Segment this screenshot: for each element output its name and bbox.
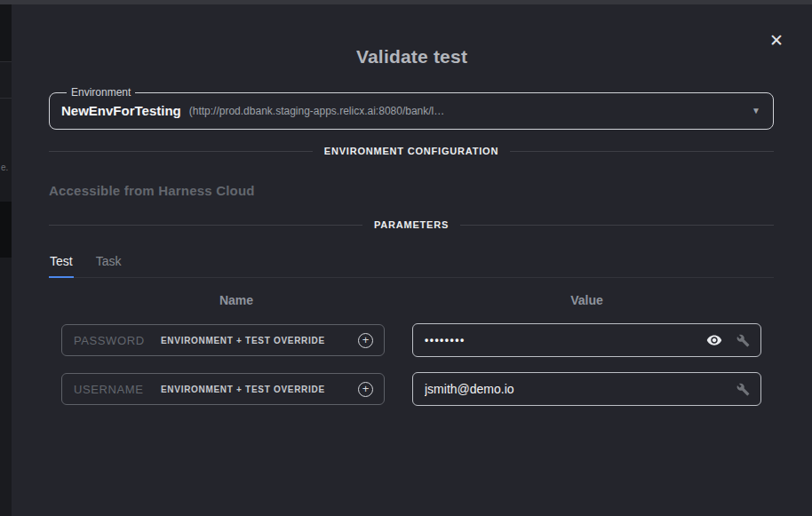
override-badge: ENVIRONMENT + TEST OVERRIDE — [161, 385, 325, 394]
environment-url: (http://prod.dbank.staging-apps.relicx.a… — [189, 105, 445, 117]
validate-test-dialog: ✕ Validate test Environment NewEnvForTes… — [12, 4, 812, 516]
environment-select-label: Environment — [67, 86, 135, 99]
password-value-input[interactable]: •••••••• — [425, 334, 692, 346]
parameter-row-username: USERNAME ENVIRONMENT + TEST OVERRIDE + j… — [61, 372, 761, 406]
divider-line — [460, 225, 774, 226]
chevron-down-icon[interactable]: ▼ — [752, 106, 760, 115]
parameter-name-label: PASSWORD — [74, 334, 161, 347]
parameter-row-password: PASSWORD ENVIRONMENT + TEST OVERRIDE + •… — [61, 323, 761, 357]
environment-access-note: Accessible from Harness Cloud — [49, 183, 775, 198]
wrench-icon[interactable] — [736, 383, 750, 396]
parameters-heading: PARAMETERS — [374, 219, 449, 230]
close-icon[interactable]: ✕ — [764, 28, 789, 52]
add-override-icon[interactable]: + — [358, 333, 373, 348]
background-text-fragment: e. — [1, 163, 8, 172]
parameter-name-label: USERNAME — [74, 383, 161, 396]
show-password-icon[interactable] — [706, 332, 722, 348]
username-value-field[interactable]: jsmith@demo.io — [412, 372, 761, 406]
background-header-fragment — [0, 4, 12, 62]
parameter-tabs: Test Task — [49, 252, 774, 278]
background-page-sliver: e. — [0, 4, 12, 516]
override-badge: ENVIRONMENT + TEST OVERRIDE — [161, 336, 325, 345]
name-column-header: Name — [61, 293, 385, 307]
username-value-input[interactable]: jsmith@demo.io — [425, 382, 722, 396]
environment-configuration-heading: ENVIRONMENT CONFIGURATION — [324, 146, 498, 156]
environment-name: NewEnvForTesting — [61, 103, 181, 118]
environment-select[interactable]: Environment NewEnvForTesting (http://pro… — [49, 86, 774, 130]
password-name-box: PASSWORD ENVIRONMENT + TEST OVERRIDE + — [61, 324, 385, 356]
parameter-column-headers: Name Value — [61, 293, 761, 307]
background-divider-fragment — [0, 98, 12, 99]
parameters-divider: PARAMETERS — [49, 219, 774, 230]
divider-line — [49, 225, 362, 226]
background-block-fragment — [0, 202, 12, 258]
password-value-field[interactable]: •••••••• — [412, 323, 761, 357]
tab-task[interactable]: Task — [95, 252, 123, 277]
username-name-box: USERNAME ENVIRONMENT + TEST OVERRIDE + — [61, 373, 385, 405]
add-override-icon[interactable]: + — [358, 382, 373, 397]
divider-line — [49, 151, 313, 152]
divider-line — [510, 151, 774, 152]
dialog-title: Validate test — [12, 46, 812, 67]
wrench-icon[interactable] — [736, 334, 750, 347]
environment-configuration-divider: ENVIRONMENT CONFIGURATION — [49, 146, 774, 156]
value-column-header: Value — [412, 293, 761, 307]
tab-test[interactable]: Test — [49, 252, 74, 278]
